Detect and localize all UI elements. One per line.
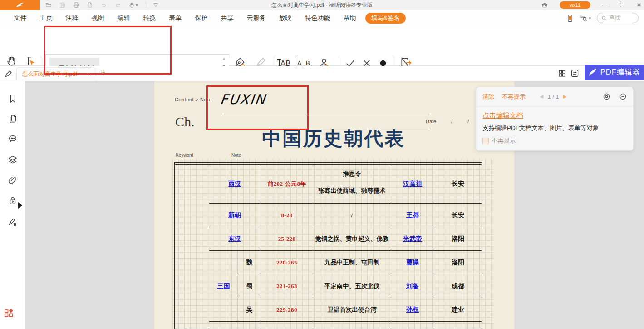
menubar-right: ▾ 查找	[566, 10, 644, 26]
capital-cell: 洛阳	[434, 251, 482, 274]
dynasty-link[interactable]: 三国	[217, 282, 230, 290]
pdf-editor-button[interactable]: PDF编辑器	[585, 65, 644, 80]
dynasty-link[interactable]: 新朝	[228, 211, 241, 219]
window-controls: — ✕	[602, 0, 641, 10]
table-double-border	[175, 164, 482, 164]
emperor-link[interactable]: 汉高祖	[403, 180, 422, 188]
pdf-editor-label: PDF编辑器	[600, 67, 641, 77]
pager-prev-icon[interactable]: ◀	[540, 94, 543, 100]
menu-form[interactable]: 表单	[162, 10, 188, 26]
close-window-button[interactable]: ✕	[637, 2, 641, 8]
foxit-reader-window: ▾ ▽ 怎么面对高中学习.pdf - 福昕阅读器专业版 wx11 — ✕ 文件 …	[0, 0, 644, 329]
emperor-link[interactable]: 曹操	[406, 259, 419, 267]
redo-icon[interactable]	[115, 2, 121, 8]
print-icon[interactable]	[73, 2, 79, 8]
menu-file[interactable]: 文件	[7, 10, 33, 26]
account-badge[interactable]: wx11	[560, 1, 590, 9]
menu-comment[interactable]: 注释	[59, 10, 85, 26]
foxit-bird-icon	[15, 1, 25, 9]
comments-icon[interactable]	[8, 134, 18, 144]
text-select-icon	[25, 56, 35, 67]
search-icon	[601, 15, 607, 21]
dynasty-link[interactable]: 西汉	[228, 180, 241, 188]
switch-view-icon[interactable]	[570, 69, 579, 78]
menu-edit[interactable]: 编辑	[111, 10, 137, 26]
annotation-rectangle-toolbar	[44, 26, 172, 75]
date-row: Date / /	[426, 119, 469, 124]
clear-button[interactable]: 清除	[482, 93, 494, 101]
capital-cell: 长安	[434, 165, 482, 204]
menu-help[interactable]: 帮助	[337, 10, 363, 26]
undo-icon[interactable]	[101, 2, 107, 8]
gallery-scroll-up[interactable]: ▲	[222, 56, 226, 61]
menu-features[interactable]: 特色功能	[298, 10, 337, 26]
dont-show-checkbox[interactable]	[482, 138, 489, 144]
hand-tool-quick[interactable]: ▾	[129, 2, 138, 8]
open-file-icon[interactable]	[45, 2, 52, 8]
emperor-link[interactable]: 王莽	[406, 211, 419, 219]
menu-share[interactable]: 共享	[214, 10, 240, 26]
search-options[interactable]: ▾	[580, 15, 591, 22]
minimize-button[interactable]: —	[602, 2, 608, 8]
menubar: 文件 主页 注释 视图 编辑 转换 表单 保护 共享 云服务 放映 特色功能 帮…	[0, 10, 644, 26]
settings-icon[interactable]	[603, 93, 610, 100]
emperor-link[interactable]: 光武帝	[403, 235, 422, 243]
digital-signature-icon[interactable]	[8, 217, 18, 227]
note-cell: /	[313, 204, 391, 227]
customize-toolbar-chevron[interactable]: ▽	[154, 0, 158, 10]
table-row: 西汉 前202-公元8年 推恩令 张骞出使西域、独尊儒术 汉高祖 长安	[209, 165, 482, 204]
note-cell: 党锢之祸、黄巾起义、佛教	[313, 227, 391, 251]
edit-document-link[interactable]: 点击编辑文档	[482, 111, 523, 119]
table-row: 吴 229-280 卫温首次出使台湾 孙权 建业	[209, 298, 482, 322]
table-row: 魏 220-265 九品中正制、屯田制 曹操 洛阳	[209, 251, 482, 274]
search-placeholder: 查找	[609, 14, 620, 22]
emperor-link[interactable]: 孙权	[406, 306, 419, 314]
components-icon[interactable]	[4, 308, 15, 319]
attachments-icon[interactable]	[8, 175, 18, 185]
collapse-icon[interactable]	[619, 93, 627, 100]
mobile-phone-icon[interactable]	[566, 14, 574, 22]
sidebar-expand-handle[interactable]	[18, 202, 22, 209]
basket-icon[interactable]	[541, 2, 548, 8]
search-input[interactable]: 查找	[597, 13, 639, 23]
dont-remind-button[interactable]: 不再提示	[502, 93, 526, 101]
date-label: Date	[426, 119, 436, 124]
keyword-label: Keyword	[176, 153, 193, 158]
quick-access-toolbar: ▾ ▽	[45, 0, 158, 10]
save-icon[interactable]	[59, 2, 65, 8]
capital-cell: 洛阳	[434, 227, 482, 251]
menu-protect[interactable]: 保护	[188, 10, 214, 26]
maximize-button[interactable]	[620, 3, 624, 7]
pdf-page[interactable]: Content > Note Ch. FUXIN Date / / 中国历史朝代…	[154, 81, 514, 329]
hand-icon	[6, 56, 17, 67]
quill-icon	[588, 68, 597, 76]
search-options-caret: ▾	[589, 16, 591, 20]
period-cell: 前202-公元8年	[261, 165, 313, 204]
period-cell: 8-23	[261, 204, 313, 227]
menu-home[interactable]: 主页	[33, 10, 59, 26]
new-document-icon[interactable]	[87, 2, 93, 8]
pages-icon[interactable]	[8, 114, 18, 124]
security-icon[interactable]	[8, 196, 18, 206]
dont-show-label: 不再显示	[492, 137, 516, 145]
tab-grid-icon[interactable]	[558, 69, 566, 78]
sub-dynasty-cell: 魏	[238, 251, 261, 274]
layers-icon[interactable]	[8, 155, 18, 164]
table-rows: 西汉 前202-公元8年 推恩令 张骞出使西域、独尊儒术 汉高祖 长安 新朝 8…	[209, 165, 482, 329]
foxit-logo[interactable]	[0, 0, 40, 10]
edit-pencil-icon[interactable]	[4, 69, 14, 78]
pager-next-icon[interactable]: ▶	[563, 94, 567, 100]
bookmarks-icon[interactable]	[8, 94, 18, 104]
table-row: 蜀 221-263 平定南中、五次北伐 刘备 成都	[209, 274, 482, 298]
menu-convert[interactable]: 转换	[137, 10, 162, 26]
menu-present[interactable]: 放映	[272, 10, 298, 26]
menu-view[interactable]: 视图	[85, 10, 111, 26]
emperor-link[interactable]: 刘备	[406, 282, 419, 290]
dynasty-table: 西汉 前202-公元8年 推恩令 张骞出使西域、独尊儒术 汉高祖 长安 新朝 8…	[174, 162, 482, 329]
note-cell: 平定南中、五次北伐	[313, 274, 391, 298]
annotation-rectangle-document	[206, 85, 309, 130]
fill-sign-tab[interactable]: 填写&签名	[365, 13, 406, 24]
menu-cloud[interactable]: 云服务	[240, 10, 272, 26]
table-row	[209, 322, 482, 329]
dynasty-link[interactable]: 东汉	[228, 235, 241, 243]
